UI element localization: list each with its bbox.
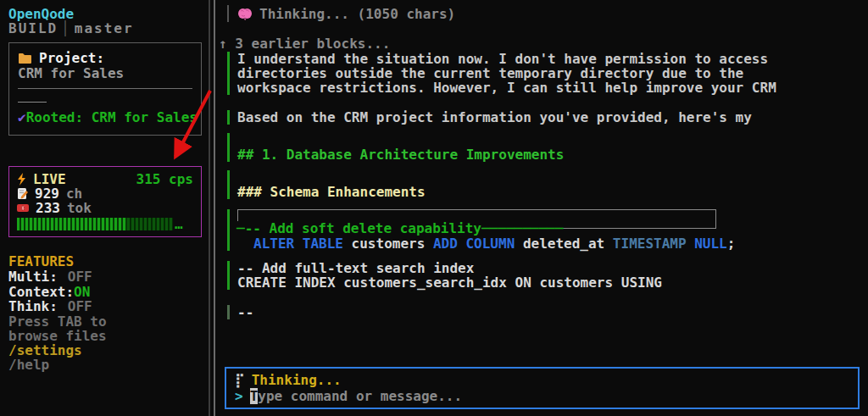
live-stats-panel: LIVE 315 cps 929 ch 233 tok … <box>8 166 202 237</box>
earlier-blocks-indicator[interactable]: ↑ 3 earlier blocks... <box>219 36 860 51</box>
live-label: LIVE <box>33 172 66 186</box>
separator-pipe: │ <box>58 20 75 36</box>
feature-multi: Multi:OFF <box>8 269 202 285</box>
chars-unit: ch <box>66 186 82 201</box>
cps-value: 315 cps <box>136 172 193 186</box>
feature-multi-value: OFF <box>58 269 92 285</box>
sidebar-divider-inner <box>214 0 215 416</box>
project-label: Project: <box>39 51 104 65</box>
stream-progress-bar: … <box>17 218 193 230</box>
feature-context-value: ON <box>74 285 90 300</box>
message-line: directories outside the current temporar… <box>237 66 860 80</box>
markdown-h3-block: ### Schema Enhancements <box>227 170 860 199</box>
app-title: OpenQode <box>8 7 202 21</box>
assistant-message-block: Based on the CRM project information you… <box>227 110 860 125</box>
memo-icon <box>17 188 28 200</box>
command-input-field[interactable]: Type command or message... <box>250 389 462 403</box>
input-prompt-row[interactable]: > Type command or message... <box>235 388 849 404</box>
divider-short <box>18 102 47 103</box>
build-branch-row: BUILD│master <box>8 21 202 36</box>
tab-hint-line1: Press TAB to <box>8 314 202 329</box>
lightning-icon <box>17 173 26 186</box>
build-label: BUILD <box>8 20 58 36</box>
progress-filled <box>17 218 127 230</box>
code-box-frame: ─-- Add soft delete capability────────── <box>237 209 716 229</box>
check-icon: ✔ <box>18 109 26 125</box>
assistant-message-block: I understand the situation now. I don't … <box>227 52 860 95</box>
trailing-dashes: -- <box>237 305 860 319</box>
tokens-unit: tok <box>67 201 92 215</box>
progress-trailing <box>127 218 173 230</box>
sql-code-block: -- Add full-text search index CREATE IND… <box>227 261 860 290</box>
chat-transcript: Thinking... (1050 chars) ↑ 3 earlier blo… <box>219 0 868 416</box>
sql-code-block: ─-- Add soft delete capability──────────… <box>227 209 860 251</box>
sql-alter-table-line: ALTER TABLE customers ADD COLUMN deleted… <box>237 236 860 251</box>
feature-think: Think:OFF <box>8 299 202 314</box>
brain-icon <box>237 8 253 20</box>
tab-hint-line2: browse files <box>8 329 202 343</box>
feature-think-value: OFF <box>58 299 92 314</box>
chars-value: 929 <box>35 186 59 201</box>
help-command[interactable]: /help <box>8 358 202 372</box>
spinner-icon: ⡏ <box>235 373 245 387</box>
project-panel: Project: CRM for Sales ✔Rooted: CRM for … <box>8 42 202 136</box>
heading-schema-enhancements: ### Schema Enhancements <box>237 185 860 199</box>
sql-comment-fulltext: -- Add full-text search index <box>237 261 860 275</box>
ticket-icon <box>17 203 29 213</box>
input-thinking-status: Thinking... <box>252 373 342 387</box>
rooted-status: ✔Rooted: CRM for Sales <box>18 110 192 125</box>
features-panel: FEATURES Multi:OFF Context:ON Think:OFF … <box>8 254 202 372</box>
git-branch-label: master <box>75 20 134 36</box>
thinking-status-header: Thinking... (1050 chars) <box>227 5 860 22</box>
sql-comment-soft-delete: ─-- Add soft delete capability────────── <box>236 221 563 236</box>
features-title: FEATURES <box>8 254 202 269</box>
divider <box>18 88 192 89</box>
sidebar-divider-outer <box>209 0 210 416</box>
tokens-value: 233 <box>36 201 60 215</box>
settings-command[interactable]: /settings <box>8 343 202 358</box>
thinking-status-text: Thinking... (1050 chars) <box>259 7 455 21</box>
input-status-row: ⡏ Thinking... <box>235 372 849 388</box>
text-cursor: T <box>250 388 259 404</box>
message-line: I understand the situation now. I don't … <box>237 52 860 66</box>
message-line: workspace restrictions. However, I can s… <box>237 80 860 95</box>
markdown-h2-block: ## 1. Database Architecture Improvements <box>227 133 860 162</box>
project-name: CRM for Sales <box>18 66 192 80</box>
message-line: Based on the CRM project information you… <box>237 110 860 125</box>
rooted-text: Rooted: CRM for Sales <box>26 109 198 125</box>
input-placeholder: ype command or message... <box>258 388 462 404</box>
prompt-chevron: > <box>235 389 243 403</box>
progress-ellipsis: … <box>175 217 183 231</box>
sql-create-index-line: CREATE INDEX customers_search_idx ON cus… <box>237 275 860 290</box>
command-input-box[interactable]: ⡏ Thinking... > Type command or message.… <box>225 367 860 409</box>
folder-icon <box>18 53 32 64</box>
partial-stream-block: -- <box>227 305 860 319</box>
heading-database-improvements: ## 1. Database Architecture Improvements <box>237 147 860 162</box>
sidebar: OpenQode BUILD│master Project: CRM for S… <box>0 0 210 416</box>
feature-context: Context:ON <box>8 285 202 300</box>
